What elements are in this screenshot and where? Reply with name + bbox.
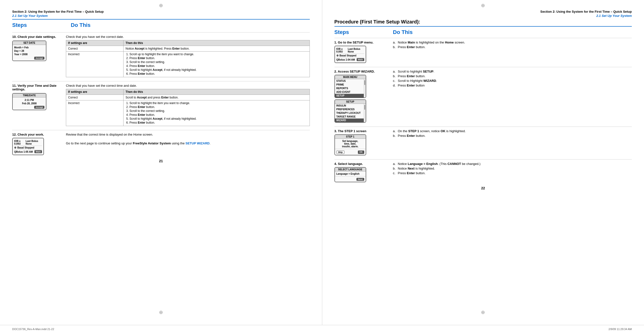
right-step-1-device: IOB ≥ 0.00U Last Bolus None ⚙ Basal Stop… bbox=[334, 46, 366, 63]
footer-left: DOC15736_Rev-A-Man.indd 21-22 bbox=[12, 328, 54, 330]
step-12-qbolus: QBolus 1:05 AM bbox=[14, 151, 33, 153]
step-10-action-4: Press Enter button. bbox=[130, 64, 307, 68]
footer-right: 2/9/09 11:29:34 AM bbox=[608, 328, 632, 330]
step-10-table: If settings are Then do this Correct Not… bbox=[66, 40, 310, 77]
right-step-3-label: 3. The STEP 1 screen bbox=[334, 129, 366, 133]
step-11-col2: Then do this bbox=[124, 89, 310, 95]
main-menu-title: MAIN MENU bbox=[335, 75, 366, 79]
step-10-action-6: Press Enter button. bbox=[130, 72, 307, 76]
step-11-action-6: Press Enter button. bbox=[130, 121, 307, 124]
step-11-action-5: Scroll to highlight Accept, if not alrea… bbox=[130, 117, 307, 120]
step-11-accept-btn: Accept bbox=[34, 106, 44, 109]
step-11-incorrect-actions: Scroll to highlight the item you want to… bbox=[124, 100, 310, 126]
right-step-1-basal: Basal Stopped bbox=[340, 54, 356, 57]
right-section-header: Section 2: Using the System for the Firs… bbox=[540, 10, 632, 14]
step-2-setup-menu: SETUP INSULIN PREFERENCES THERAPY LOCKOU… bbox=[334, 99, 366, 123]
menu-status: STATUS bbox=[335, 79, 364, 83]
step-3-device: STEP 1 Set language,time, date,insulin, … bbox=[334, 134, 366, 155]
crosshair-top-left: ⊕ bbox=[159, 3, 163, 8]
right-step-1-main: Main bbox=[357, 58, 364, 61]
right-do-header: Do This bbox=[393, 29, 413, 35]
step-11-incorrect-row: Incorrect Scroll to highlight the item y… bbox=[66, 100, 310, 126]
step-10-action-2: Press Enter button. bbox=[130, 57, 307, 60]
step-11-action-1: Scroll to highlight the item you want to… bbox=[130, 101, 307, 105]
step-10-action-1: Scroll up to highlight the item you want… bbox=[130, 53, 307, 56]
step-12-lastbolus: Last Bolus None bbox=[26, 140, 42, 145]
setup-target: TARGET RANGE bbox=[335, 115, 364, 119]
crosshair-top-right: ⊕ bbox=[481, 3, 485, 8]
step-10-line2: Day = 28 bbox=[14, 49, 44, 53]
setup-preferences: PREFERENCES bbox=[335, 108, 364, 111]
right-step-1-sub-a: a. Notice Main is highlighted on the Hom… bbox=[393, 41, 632, 44]
setup-wizard: WIZARD bbox=[335, 119, 364, 122]
step-10-device: SET DATE Month = Feb Day = 28 Year = 200… bbox=[12, 41, 46, 61]
step1-title: STEP 1 bbox=[335, 135, 366, 139]
step-11-device: TIME/DATE 2:11 PM Feb 28, 2008 Accept bbox=[12, 93, 46, 110]
lang-next-btn: Next bbox=[356, 178, 364, 181]
step-12-instruction1: Review that the correct time is displaye… bbox=[66, 133, 310, 136]
lang-title: SELECT LANGUAGE bbox=[335, 168, 366, 172]
step-12-iob: IOB ≥ 0.00U bbox=[14, 140, 26, 145]
step-11-block: 11. Verify your Time and Date settings. … bbox=[12, 81, 310, 126]
step-10-col1: If settings are bbox=[66, 40, 124, 46]
right-step-2-block: 2. Access SETUP WIZARD. MAIN MENU STATUS… bbox=[334, 67, 632, 124]
right-step-1-lastbolus: Last Bolus None bbox=[348, 48, 364, 53]
left-steps-header: Steps bbox=[12, 22, 27, 28]
page-footer: DOC15736_Rev-A-Man.indd 21-22 2/9/09 11:… bbox=[0, 325, 644, 333]
step-12-basal: Basal Stopped bbox=[17, 146, 34, 149]
step-11-device-title: TIME/DATE bbox=[13, 94, 46, 98]
step-2-main-menu: MAIN MENU STATUS PRIME REPORTS ADD EVENT… bbox=[334, 75, 366, 98]
right-page-number: 22 bbox=[334, 184, 632, 192]
right-step-4-block: 4. Select language. SELECT LANGUAGE Lang… bbox=[334, 159, 632, 184]
left-page-number: 21 bbox=[12, 157, 310, 165]
right-step-1-iob: IOB ≥ 0.00U bbox=[336, 48, 348, 53]
procedure-title: Procedure (First Time Setup Wizard): bbox=[334, 19, 632, 25]
step-11-incorrect-condition: Incorrect bbox=[66, 100, 124, 126]
setup-insulin: INSULIN bbox=[335, 104, 364, 108]
menu-prime: PRIME bbox=[335, 83, 364, 87]
step-12-label: 12. Check your work. bbox=[12, 133, 44, 136]
step-10-action-3: Scroll to the correct setting. bbox=[130, 60, 307, 64]
right-step-2-sub-a: a. Scroll to highlight SETUP. bbox=[393, 70, 632, 73]
step-10-incorrect-row: Incorrect Scroll up to highlight the ite… bbox=[66, 52, 310, 77]
step-10-line3: Year = 2008 bbox=[14, 53, 44, 56]
right-page: ⊕ Section 2: Using the System for the Fi… bbox=[322, 0, 644, 325]
setup-therapy: THERAPY LOCKOUT bbox=[335, 111, 364, 115]
left-section-subheader: 2.1 Set Up Your System bbox=[12, 14, 310, 18]
step-12-block: 12. Check your work. IOB ≥ 0.00U Last Bo… bbox=[12, 130, 310, 157]
step-11-action-4: Press Enter button. bbox=[130, 113, 307, 117]
step-11-line1: 2:11 PM bbox=[14, 99, 44, 102]
step-11-correct-condition: Correct bbox=[66, 95, 124, 100]
crosshair-bottom-left: ⊕ bbox=[159, 309, 163, 315]
menu-add-event: ADD EVENT bbox=[335, 90, 364, 94]
step-10-device-title: SET DATE bbox=[13, 41, 46, 45]
step1-skip: Skip bbox=[336, 151, 344, 154]
right-step-4-sub-c: c. Press Enter button. bbox=[393, 171, 632, 175]
step-11-table: If settings are Then do this Correct Scr… bbox=[66, 89, 310, 126]
step-11-action-3: Scroll to the correct setting. bbox=[130, 109, 307, 113]
step1-body: Set language,time, date,insulin, alarm. bbox=[335, 139, 366, 149]
right-step-1-label: 1. Go to the SETUP menu. bbox=[334, 41, 374, 44]
step-11-correct-row: Correct Scroll to Accept and press Enter… bbox=[66, 95, 310, 100]
step-11-col1: If settings are bbox=[66, 89, 124, 95]
right-step-2-sub-c: c. Scroll to Highlight WIZARD. bbox=[393, 79, 632, 83]
right-step-2-label: 2. Access SETUP WIZARD. bbox=[334, 70, 375, 73]
step-12-instruction2: Go to the next page to continue setting … bbox=[66, 141, 310, 145]
right-step-1-sub-b: b. Press Enter button. bbox=[393, 45, 632, 49]
step-10-incorrect-condition: Incorrect bbox=[66, 52, 124, 77]
right-step-2-sub-d: d. Press Enter button bbox=[393, 84, 632, 87]
step-11-instruction: Check that you have set the correct time… bbox=[66, 84, 310, 88]
right-step-1-qbolus: QBolus 1:04 AM bbox=[336, 58, 355, 61]
menu-setup: SETUP bbox=[335, 94, 364, 98]
step-11-label: 11. Verify your Time and Date settings. bbox=[12, 84, 56, 91]
step-12-main: Main bbox=[34, 150, 42, 153]
left-do-header: Do This bbox=[71, 22, 90, 28]
step-10-block: 10. Check your date settings. SET DATE M… bbox=[12, 32, 310, 77]
crosshair-bottom-right: ⊕ bbox=[481, 309, 485, 315]
step-11-action-2: Press Enter button. bbox=[130, 105, 307, 109]
left-section-header: Section 2: Using the System for the Firs… bbox=[12, 10, 310, 14]
menu-reports: REPORTS bbox=[335, 87, 364, 90]
step-11-line2: Feb 28, 2008 bbox=[14, 102, 44, 105]
right-step-2-sub-b: b. Press Enter button. bbox=[393, 74, 632, 78]
right-step-3-block: 3. The STEP 1 screen STEP 1 Set language… bbox=[334, 127, 632, 157]
